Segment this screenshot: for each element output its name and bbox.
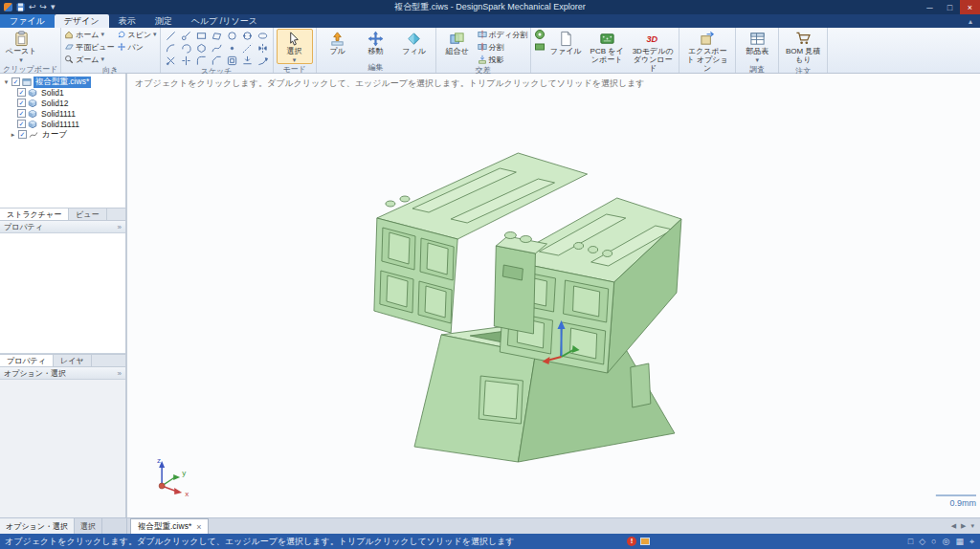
toolbox-icon[interactable] <box>640 538 650 545</box>
panel-more-icon[interactable]: » <box>118 369 122 378</box>
tree-item-curves[interactable]: ▸ ✓ カーブ <box>0 129 125 140</box>
split-button[interactable]: 分割 <box>478 41 528 53</box>
sketch-split-icon[interactable] <box>179 55 193 66</box>
solid12-checkbox[interactable]: ✓ <box>17 99 26 107</box>
qat-dropdown-icon[interactable]: ▾ <box>51 3 56 11</box>
tree-item-root[interactable]: ▾ ✓ 複合型重.ciws* <box>0 77 125 87</box>
tab-display[interactable]: 表示 <box>109 14 145 28</box>
sketch-construction-line-icon[interactable] <box>240 42 255 54</box>
sketch-chamfer-icon[interactable] <box>210 55 224 66</box>
tab-list-dropdown-icon[interactable]: ▾ <box>970 522 974 530</box>
ribbon-collapse-icon[interactable]: ▴ <box>961 14 980 28</box>
fill-button[interactable]: フィル <box>396 29 433 57</box>
model-3d-view[interactable]: z y x 0.9mm <box>127 74 980 517</box>
curves-checkbox[interactable]: ✓ <box>18 130 27 139</box>
combine-button[interactable]: 組合せ <box>439 29 476 57</box>
tab-structure[interactable]: ストラクチャー <box>0 209 69 220</box>
save-icon[interactable] <box>16 3 25 11</box>
download-3d-model-button[interactable]: 3D 3Dモデルのダウンロード <box>630 29 676 74</box>
tab-file[interactable]: ファイル <box>0 14 55 28</box>
tree-item-solid1[interactable]: ✓ Solid1 <box>0 87 125 98</box>
spin-dropdown-icon[interactable]: ▾ <box>153 31 157 38</box>
insert-file-button[interactable]: ファイル <box>547 29 584 57</box>
edge-filter-icon[interactable]: ○ <box>931 538 936 546</box>
app-icon[interactable] <box>4 3 12 11</box>
home-view-button[interactable]: ホーム▾ <box>64 29 114 40</box>
document-tab[interactable]: 複合型重.ciws* × <box>130 518 209 534</box>
sketch-fillet-icon[interactable] <box>194 55 209 66</box>
panel-more-icon[interactable]: » <box>118 223 122 231</box>
maximize-button[interactable]: □ <box>940 0 960 14</box>
face-filter-icon[interactable]: ◎ <box>943 538 950 546</box>
expander-closed-icon[interactable]: ▸ <box>10 131 16 139</box>
select-dropdown-icon[interactable]: ▾ <box>293 56 297 63</box>
plan-view-button[interactable]: 平面ビュー <box>64 41 114 53</box>
sketch-offset-icon[interactable] <box>225 55 239 66</box>
expander-open-icon[interactable]: ▾ <box>3 78 10 86</box>
sketch-spline-icon[interactable] <box>210 42 224 54</box>
minimize-button[interactable]: ─ <box>920 0 940 14</box>
tree-item-solid11111[interactable]: ✓ Solid11111 <box>0 119 125 129</box>
paste-dropdown-icon[interactable]: ▾ <box>19 56 23 63</box>
graphics-viewport[interactable]: オブジェクトをクリックします。ダブルクリックして、エッジループを選択します。トリ… <box>127 74 980 517</box>
sketch-trim-icon[interactable] <box>164 55 178 66</box>
tab-selection[interactable]: 選択 <box>75 518 102 534</box>
grid-toggle-icon[interactable]: ▦ <box>955 538 964 546</box>
tab-measure[interactable]: 測定 <box>145 14 182 28</box>
sketch-three-point-rectangle-icon[interactable] <box>210 30 224 41</box>
sketch-sweep-arc-icon[interactable] <box>179 42 193 54</box>
bom-quote-button[interactable]: BOM 見積もり <box>782 29 824 66</box>
pan-button[interactable]: パン <box>117 41 157 53</box>
next-tab-icon[interactable]: ▶ <box>961 522 966 530</box>
zoom-dropdown-icon[interactable]: ▾ <box>101 55 105 63</box>
sketch-polygon-icon[interactable] <box>194 42 209 54</box>
zoom-button[interactable]: ズーム▾ <box>64 54 114 65</box>
sketch-three-point-circle-icon[interactable] <box>240 30 255 41</box>
insert-board-icon[interactable] <box>534 41 546 53</box>
tab-help-resources[interactable]: ヘルプ /リソース <box>182 14 267 28</box>
parts-list-dropdown-icon[interactable]: ▾ <box>755 56 759 63</box>
properties-grid[interactable] <box>0 233 125 354</box>
solid1111-checkbox[interactable]: ✓ <box>17 109 26 118</box>
snap-toggle-icon[interactable]: □ <box>908 538 913 546</box>
paste-button[interactable]: ペースト ▾ <box>3 29 39 64</box>
undo-icon[interactable]: ↩ <box>29 3 36 11</box>
tab-options-selection[interactable]: オプション・選択 <box>0 518 75 534</box>
redo-icon[interactable]: ↪ <box>40 3 48 11</box>
tab-properties[interactable]: プロパティ <box>0 355 54 366</box>
insert-component-icon[interactable] <box>534 29 546 40</box>
solid1-checkbox[interactable]: ✓ <box>17 88 26 97</box>
sketch-point-icon[interactable] <box>225 42 239 54</box>
sketch-bend-icon[interactable] <box>256 55 270 66</box>
close-button[interactable]: × <box>960 0 980 14</box>
spin-button[interactable]: スピン▾ <box>117 29 157 40</box>
sketch-circle-icon[interactable] <box>225 30 239 41</box>
project-button[interactable]: 投影 <box>478 54 528 65</box>
tree-item-solid1111[interactable]: ✓ Solid1111 <box>0 108 125 119</box>
target-snap-icon[interactable]: ⌖ <box>969 538 974 546</box>
tree-item-solid12[interactable]: ✓ Solid12 <box>0 98 125 108</box>
pull-button[interactable]: プル <box>320 29 356 57</box>
select-mode-button[interactable]: 選択 ▾ <box>277 29 313 64</box>
tab-design[interactable]: デザイン <box>55 14 109 28</box>
sketch-line-icon[interactable] <box>164 30 178 41</box>
tab-views[interactable]: ビュー <box>69 209 106 220</box>
parts-list-button[interactable]: 部品表 ▾ <box>739 29 775 64</box>
sketch-mirror-line-icon[interactable] <box>256 42 270 54</box>
sketch-arc-icon[interactable] <box>164 42 178 54</box>
sketch-rectangle-icon[interactable] <box>194 30 209 41</box>
vertex-filter-icon[interactable]: ◇ <box>919 538 925 546</box>
prev-tab-icon[interactable]: ◀ <box>951 522 956 530</box>
pcb-import-button[interactable]: PCB をインポート <box>586 29 628 66</box>
document-tab-close-icon[interactable]: × <box>196 522 201 532</box>
tab-layers[interactable]: レイヤ <box>54 355 92 366</box>
split-body-button[interactable]: ボディ分割 <box>478 29 528 40</box>
error-badge-icon[interactable]: ! <box>627 537 636 546</box>
home-dropdown-icon[interactable]: ▾ <box>101 31 105 38</box>
sketch-project-icon[interactable] <box>240 55 255 66</box>
sketch-tangent-line-icon[interactable] <box>179 30 193 41</box>
solid11111-checkbox[interactable]: ✓ <box>17 120 26 128</box>
sketch-ellipse-icon[interactable] <box>256 30 270 41</box>
root-checkbox[interactable]: ✓ <box>11 77 20 86</box>
move-button[interactable]: 移動 <box>358 29 394 57</box>
